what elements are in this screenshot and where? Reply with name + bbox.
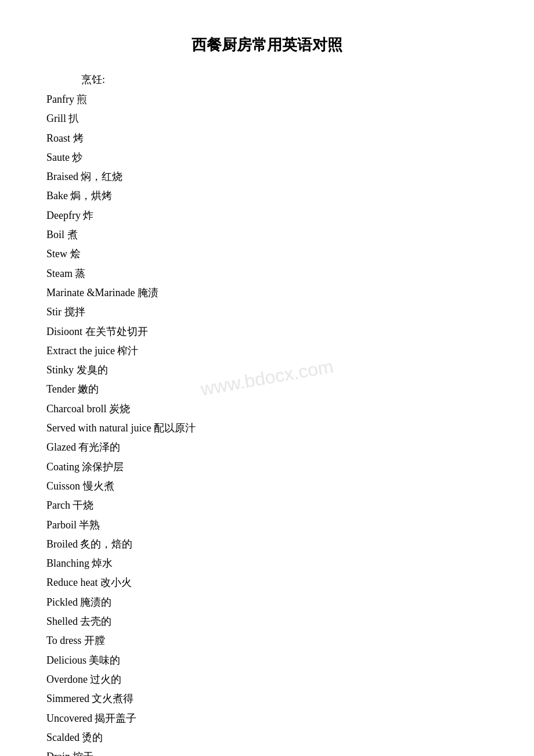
- list-item: Simmered 文火煮得: [46, 689, 488, 708]
- list-item: Blanching 焯水: [46, 554, 488, 573]
- list-item: Saute 炒: [46, 148, 488, 167]
- vocab-list: Panfry 煎Grill 扒Roast 烤Saute 炒Braised 焖，红…: [46, 90, 488, 756]
- list-item: Disioont 在关节处切开: [46, 322, 488, 341]
- list-item: Deepfry 炸: [46, 206, 488, 225]
- list-item: Boil 煮: [46, 225, 488, 244]
- list-item: Pickled 腌渍的: [46, 593, 488, 612]
- list-item: Parboil 半熟: [46, 516, 488, 535]
- list-item: Scalded 烫的: [46, 728, 488, 747]
- list-item: Roast 烤: [46, 129, 488, 148]
- list-item: Uncovered 揭开盖子: [46, 709, 488, 728]
- list-item: Shelled 去壳的: [46, 612, 488, 631]
- list-item: Stinky 发臭的: [46, 361, 488, 380]
- list-item: Grill 扒: [46, 109, 488, 128]
- list-item: Steam 蒸: [46, 264, 488, 283]
- list-item: Reduce heat 改小火: [46, 573, 488, 592]
- list-item: Glazed 有光泽的: [46, 438, 488, 457]
- list-item: Bake 焗，烘烤: [46, 186, 488, 206]
- list-item: Braised 焖，红烧: [46, 167, 488, 186]
- page-title: 西餐厨房常用英语对照: [46, 35, 488, 55]
- list-item: Broiled 炙的，焙的: [46, 535, 488, 554]
- list-item: Tender 嫩的: [46, 380, 488, 399]
- list-item: Served with natural juice 配以原汁: [46, 419, 488, 438]
- list-item: Overdone 过火的: [46, 670, 488, 689]
- list-item: Cuisson 慢火煮: [46, 477, 488, 496]
- list-item: Delicious 美味的: [46, 651, 488, 670]
- section-header: 烹饪:: [81, 73, 488, 87]
- list-item: To dress 开膛: [46, 631, 488, 650]
- list-item: Panfry 煎: [46, 90, 488, 109]
- list-item: Marinate &Marinade 腌渍: [46, 283, 488, 303]
- list-item: Stir 搅拌: [46, 303, 488, 322]
- list-item: Charcoal broll 炭烧: [46, 399, 488, 419]
- list-item: Coating 涂保护层: [46, 458, 488, 477]
- list-item: Parch 干烧: [46, 496, 488, 515]
- list-item: Extract the juice 榨汁: [46, 341, 488, 361]
- list-item: Drain 控干: [46, 747, 488, 756]
- list-item: Stew 烩: [46, 244, 488, 264]
